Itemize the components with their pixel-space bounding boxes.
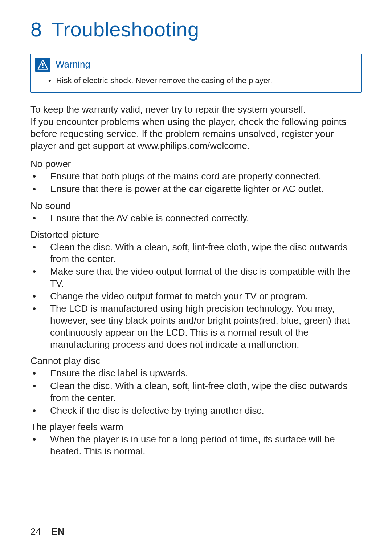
list-item: When the player is in use for a long per… [30,433,362,457]
list-item: Ensure the disc label is upwards. [30,367,362,379]
svg-rect-1 [42,63,44,66]
section-bullets: Clean the disc. With a clean, soft, lint… [30,241,362,351]
page-footer: 24 EN [30,526,65,537]
list-item: Ensure that both plugs of the mains cord… [30,170,362,182]
warning-label: Warning [56,59,90,70]
manual-page: 8 Troubleshooting Warning • Risk of elec… [0,0,392,554]
bullet-icon: • [48,75,51,86]
section-title: Cannot play disc [30,355,362,367]
intro-line: To keep the warranty valid, never try to… [30,104,306,115]
list-item: Ensure that there is power at the car ci… [30,183,362,195]
list-item: Change the video output format to match … [30,290,362,302]
section-title: No sound [30,200,362,211]
intro-line: If you encounter problems when using the… [30,116,346,151]
warning-box: Warning • Risk of electric shock. Never … [30,54,362,93]
chapter-title: Troubleshooting [52,18,199,41]
section-bullets: Ensure that both plugs of the mains cord… [30,170,362,195]
intro-paragraph: To keep the warranty valid, never try to… [30,104,362,152]
section-bullets: Ensure the disc label is upwards.Clean t… [30,367,362,416]
section-title: Distorted picture [30,229,362,240]
section-title: No power [30,158,362,170]
section-bullets: When the player is in use for a long per… [30,433,362,457]
warning-text: Risk of electric shock. Never remove the… [56,75,272,86]
troubleshoot-section: Distorted pictureClean the disc. With a … [30,229,362,351]
warning-icon [35,58,50,72]
list-item: Clean the disc. With a clean, soft, lint… [30,380,362,404]
list-item: Check if the disc is defective by trying… [30,405,362,417]
list-item: Ensure that the AV cable is connected co… [30,212,362,224]
warning-body: • Risk of electric shock. Never remove t… [31,74,361,86]
troubleshoot-section: The player feels warmWhen the player is … [30,421,362,457]
troubleshoot-section: Cannot play discEnsure the disc label is… [30,355,362,416]
troubleshooting-sections: No powerEnsure that both plugs of the ma… [30,158,362,457]
list-item: Make sure that the video output format o… [30,266,362,290]
list-item: The LCD is manufactured using high preci… [30,303,362,350]
chapter-number: 8 [30,18,42,41]
list-item: Clean the disc. With a clean, soft, lint… [30,241,362,265]
warning-header: Warning [31,54,361,74]
section-title: The player feels warm [30,421,362,433]
page-number: 24 [30,526,41,537]
section-bullets: Ensure that the AV cable is connected co… [30,212,362,224]
page-language: EN [51,526,65,537]
troubleshoot-section: No powerEnsure that both plugs of the ma… [30,158,362,195]
troubleshoot-section: No soundEnsure that the AV cable is conn… [30,200,362,224]
chapter-heading: 8 Troubleshooting [30,18,362,41]
svg-point-2 [42,67,44,68]
